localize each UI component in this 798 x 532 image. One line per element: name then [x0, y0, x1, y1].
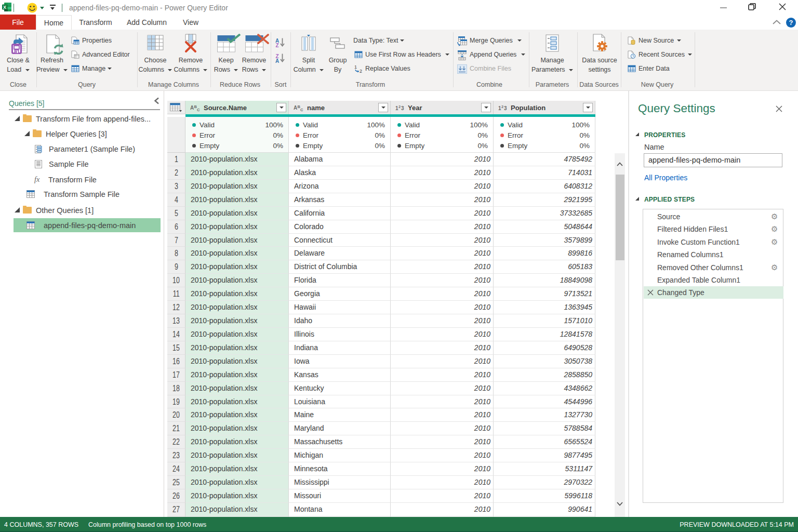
svg-text:C: C [197, 108, 200, 112]
svg-text:3: 3 [504, 105, 507, 111]
svg-text:2: 2 [501, 104, 503, 109]
svg-text:X: X [3, 5, 6, 10]
svg-text:3: 3 [401, 105, 404, 111]
svg-text:A: A [294, 105, 297, 111]
svg-text:A: A [275, 58, 279, 63]
svg-text:Z: Z [276, 43, 279, 48]
svg-text:C: C [300, 108, 303, 112]
svg-text:1: 1 [354, 64, 357, 70]
svg-text:2: 2 [398, 104, 401, 109]
svg-text:A: A [190, 105, 194, 111]
svg-text:2: 2 [360, 69, 362, 73]
